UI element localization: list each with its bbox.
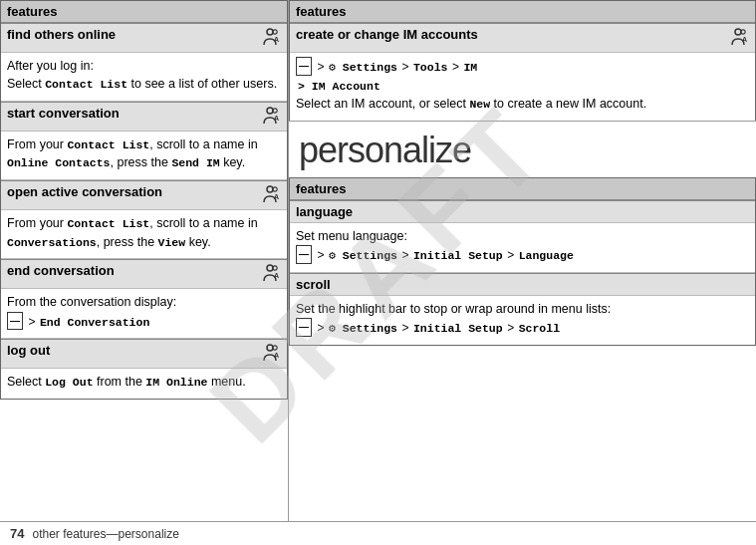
settings-ref-im: ⚙ Settings [329, 61, 397, 74]
access-icon-start: A [259, 106, 281, 128]
end-conv-ref: End Conversation [40, 316, 149, 329]
personalize-text: personalize [299, 130, 471, 170]
right-top-section: features create or change IM accounts A [289, 0, 756, 122]
im-ref: IM [463, 61, 477, 74]
start-conv-label: start conversation [7, 106, 120, 121]
scroll-ref: Scroll [519, 322, 560, 335]
language-row: language Set menu language: ─ > ⚙ Settin… [290, 200, 755, 273]
right-top-header: features [290, 1, 755, 23]
access-icon-open: A [259, 184, 281, 206]
open-active-row: open active conversation A From your Con… [1, 180, 287, 259]
end-conversation-content: From the conversation display: ─ > End C… [1, 289, 287, 338]
svg-text:A: A [274, 36, 279, 43]
new-ref: New [469, 98, 490, 111]
right-bottom-table: features language Set menu language: ─ >… [289, 177, 756, 346]
log-out-content: Select Log Out from the IM Online menu. [1, 369, 287, 399]
settings-ref-lang: ⚙ Settings [329, 249, 397, 262]
start-conversation-content: From your Contact List, scroll to a name… [1, 132, 287, 179]
end-conversation-title: end conversation A [1, 259, 287, 289]
right-column: features create or change IM accounts A [289, 0, 756, 521]
gt-1: > [28, 315, 35, 329]
initial-setup-ref-scroll: Initial Setup [413, 322, 503, 335]
language-ref: Language [519, 249, 574, 262]
start-conversation-title: start conversation A [1, 102, 287, 132]
menu-sym-end: ─ [7, 312, 23, 331]
find-others-title: find others online A [1, 23, 287, 53]
scroll-label: scroll [296, 277, 331, 292]
im-account-ref: > IM Account [298, 80, 380, 93]
contact-list-ref-1: Contact List [45, 78, 127, 91]
svg-text:A: A [274, 115, 279, 122]
start-conversation-row: start conversation A From your Contact L… [1, 102, 287, 180]
svg-point-15 [735, 29, 741, 35]
left-table-wrapper: features find others online A [0, 0, 288, 521]
language-label: language [296, 204, 353, 219]
log-out-row: log out A Select Log Out from the IM Onl… [1, 339, 287, 399]
left-header-label: features [7, 4, 58, 19]
left-features-table: features find others online A [0, 0, 288, 400]
svg-point-3 [267, 108, 273, 114]
log-out-title: log out A [1, 339, 287, 369]
access-icon-logout: A [259, 343, 281, 365]
view-ref: View [158, 236, 186, 249]
menu-sym-scroll: ─ [296, 318, 312, 337]
page-number: 74 [10, 526, 24, 541]
access-icon-find: A [259, 27, 281, 49]
svg-text:A: A [274, 352, 279, 359]
svg-text:A: A [274, 272, 279, 279]
menu-sym-lang: ─ [296, 245, 312, 264]
svg-point-9 [267, 265, 273, 271]
left-table-header: features [1, 1, 287, 23]
right-bottom-header-label: features [296, 181, 347, 196]
find-others-label: find others online [7, 27, 116, 42]
access-icon-create-im: A [727, 27, 749, 49]
svg-text:A: A [274, 193, 279, 200]
log-out-label: log out [7, 343, 50, 358]
log-out-ref: Log Out [45, 376, 93, 389]
end-conversation-row: end conversation A From the conversation… [1, 259, 287, 339]
gt-im-1: > [317, 60, 324, 74]
im-online-ref: IM Online [145, 376, 207, 389]
language-title: language [290, 200, 755, 223]
create-im-label: create or change IM accounts [296, 27, 478, 42]
right-top-header-label: features [296, 4, 347, 19]
bottom-bar: 74 other features—personalize [0, 521, 756, 545]
settings-ref-scroll: ⚙ Settings [329, 322, 397, 335]
main-content: features find others online A [0, 0, 756, 521]
online-contacts-ref: Online Contacts [7, 156, 111, 169]
create-im-row: create or change IM accounts A ─ [290, 23, 755, 121]
conversations-ref: Conversations [7, 236, 97, 249]
create-im-content: ─ > ⚙ Settings > Tools > IM > IM Account… [290, 53, 755, 121]
scroll-content: Set the highlight bar to stop or wrap ar… [290, 296, 755, 345]
menu-sym-im: ─ [296, 57, 312, 76]
personalize-heading: personalize [289, 122, 756, 177]
svg-point-12 [267, 345, 273, 351]
end-conv-label: end conversation [7, 263, 115, 278]
find-others-row: find others online A After you log in: [1, 23, 287, 102]
initial-setup-ref-lang: Initial Setup [413, 249, 503, 262]
find-others-content: After you log in: Select Contact List to… [1, 53, 287, 101]
open-active-label: open active conversation [7, 184, 162, 199]
page-label: other features—personalize [32, 527, 178, 541]
svg-point-0 [267, 29, 273, 35]
create-im-title: create or change IM accounts A [290, 23, 755, 53]
svg-text:A: A [742, 36, 747, 43]
right-bottom-header: features [290, 178, 755, 200]
tools-ref: Tools [413, 61, 448, 74]
left-column: features find others online A [0, 0, 289, 521]
open-active-content: From your Contact List, scroll to a name… [1, 210, 287, 258]
scroll-row: scroll Set the highlight bar to stop or … [290, 273, 755, 345]
contact-list-ref-3: Contact List [67, 217, 149, 230]
scroll-title: scroll [290, 273, 755, 296]
svg-point-6 [267, 186, 273, 192]
open-active-title: open active conversation A [1, 180, 287, 210]
send-im-ref: Send IM [171, 156, 219, 169]
right-top-table: features create or change IM accounts A [289, 0, 756, 121]
access-icon-end: A [259, 263, 281, 285]
language-content: Set menu language: ─ > ⚙ Settings > Init… [290, 223, 755, 272]
contact-list-ref-2: Contact List [67, 138, 149, 151]
